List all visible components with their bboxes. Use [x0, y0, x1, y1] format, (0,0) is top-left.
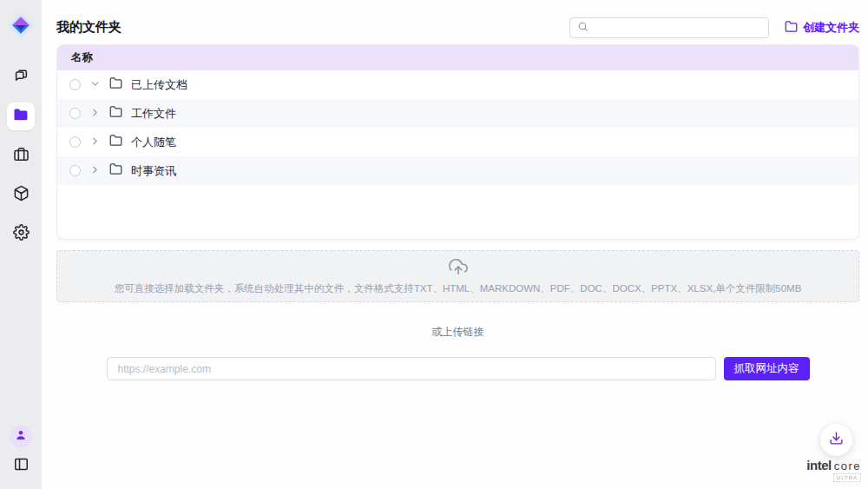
folder-icon	[109, 76, 122, 93]
url-input[interactable]	[107, 357, 716, 380]
folder-icon	[109, 162, 122, 179]
folder-name[interactable]: 个人随笔	[131, 135, 176, 150]
page-title: 我的文件夹	[56, 19, 122, 36]
app-window: 我的文件夹	[0, 0, 868, 489]
sidebar-item-folders[interactable]	[7, 102, 35, 130]
folder-outline-icon	[785, 20, 798, 36]
page-header: 我的文件夹	[56, 0, 859, 40]
user-avatar[interactable]	[10, 426, 32, 448]
ultra-badge: ultra	[833, 473, 861, 482]
download-fab[interactable]	[820, 424, 852, 456]
folder-icon	[109, 134, 122, 150]
sidebar-item-settings[interactable]	[7, 220, 35, 248]
create-folder-button[interactable]: 创建文件夹	[785, 20, 859, 36]
intel-core-logo: intel core ultra	[806, 459, 861, 482]
upload-hint-text: 您可直接选择加载文件夹，系统自动处理其中的文件，文件格式支持TXT、HTML、M…	[115, 282, 802, 295]
url-upload-row: 抓取网址内容	[107, 357, 810, 380]
briefcase-icon	[13, 146, 30, 166]
chevron-right-icon[interactable]	[89, 106, 101, 122]
cube-icon	[13, 185, 30, 205]
core-wordmark: core	[834, 460, 861, 472]
chevron-down-icon[interactable]	[89, 77, 101, 93]
table-row[interactable]: 个人随笔	[57, 128, 858, 156]
sidebar-nav	[7, 63, 35, 248]
folder-icon	[109, 105, 122, 122]
chat-icon	[13, 68, 30, 88]
row-checkbox[interactable]	[69, 108, 81, 119]
gear-icon	[13, 224, 30, 244]
sidebar-item-chat[interactable]	[7, 63, 35, 91]
cloud-upload-icon	[449, 257, 468, 280]
row-checkbox[interactable]	[69, 136, 81, 148]
fetch-url-button[interactable]: 抓取网址内容	[724, 357, 810, 380]
person-icon	[14, 428, 28, 446]
row-checkbox[interactable]	[69, 165, 81, 176]
chevron-right-icon[interactable]	[89, 135, 101, 150]
chevron-right-icon[interactable]	[89, 163, 101, 179]
upload-dropzone[interactable]: 您可直接选择加载文件夹，系统自动处理其中的文件，文件格式支持TXT、HTML、M…	[56, 250, 859, 302]
sidebar-bottom	[10, 426, 32, 477]
search-input[interactable]	[594, 21, 761, 35]
table-row[interactable]: 时事资讯	[57, 156, 858, 185]
search-icon	[577, 20, 589, 36]
folder-filled-icon	[12, 106, 30, 127]
folder-name[interactable]: 已上传文档	[131, 77, 187, 93]
intel-wordmark: intel	[806, 459, 831, 472]
folder-table: 名称 已上传文档 工作文件	[56, 44, 859, 240]
search-box	[569, 17, 769, 38]
link-upload-label: 或上传链接	[56, 325, 859, 340]
sidebar-item-models[interactable]	[7, 181, 35, 208]
panel-toggle[interactable]	[10, 454, 32, 477]
sidebar-item-workspace[interactable]	[7, 142, 35, 169]
folder-name[interactable]: 工作文件	[131, 106, 176, 122]
folder-name[interactable]: 时事资讯	[131, 163, 176, 179]
table-row[interactable]: 工作文件	[57, 99, 858, 128]
main-content: 我的文件夹	[42, 0, 868, 489]
app-logo-icon[interactable]	[7, 11, 35, 39]
download-icon	[829, 431, 844, 449]
table-row[interactable]: 已上传文档	[57, 70, 858, 99]
table-column-header: 名称	[57, 45, 858, 70]
sidebar	[0, 0, 42, 489]
row-checkbox[interactable]	[69, 79, 81, 90]
create-folder-label: 创建文件夹	[803, 20, 859, 36]
panel-toggle-icon	[13, 456, 30, 476]
